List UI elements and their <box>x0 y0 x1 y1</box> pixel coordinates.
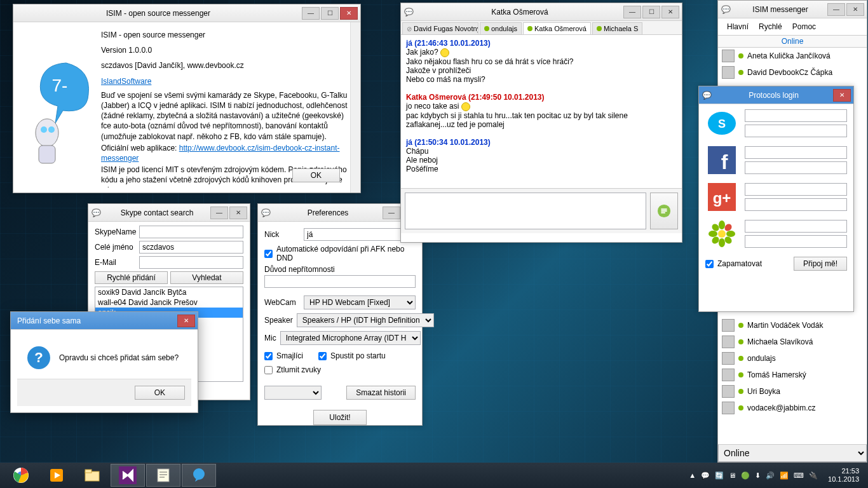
contact-item[interactable]: Uri Boyka <box>718 383 867 400</box>
menu-quick[interactable]: Rychlé <box>755 21 786 32</box>
svg-rect-28 <box>158 469 169 482</box>
search-button[interactable]: Vyhledat <box>170 271 243 284</box>
speaker-label: Speaker <box>264 316 293 325</box>
dialog-titlebar[interactable]: Přidání sebe sama ✕ <box>11 312 198 330</box>
chat-tab[interactable]: Michaela S <box>592 22 642 34</box>
icq-user-input[interactable] <box>745 220 847 233</box>
chat-log[interactable]: já (21:46:43 10.01.2013)Jak jako? Jako n… <box>401 35 682 189</box>
messenger-icon: 💬 <box>721 4 731 15</box>
company-link[interactable]: IslandSoftware <box>101 77 151 86</box>
auto-reply-checkbox[interactable] <box>264 250 273 258</box>
search-result-item[interactable]: wall-e04 David Jancik Prešov <box>95 297 243 308</box>
remember-checkbox[interactable] <box>705 260 714 268</box>
protocols-titlebar[interactable]: 💬 Protocols login ✕ <box>699 86 853 104</box>
close-button[interactable]: ✕ <box>846 3 864 16</box>
chat-tab[interactable]: ⊘David Fugas Novotný <box>402 22 478 34</box>
minimize-button[interactable]: — <box>210 207 228 219</box>
prefs-titlebar[interactable]: 💬 Preferences — ✕ <box>258 204 422 222</box>
taskbar-chrome[interactable] <box>4 464 38 487</box>
contact-item[interactable]: vodacek@jabbim.cz <box>718 400 867 416</box>
close-button[interactable]: ✕ <box>833 89 851 102</box>
taskbar-media[interactable] <box>39 464 74 487</box>
minimize-button[interactable]: — <box>623 6 641 18</box>
skype-icon: 💬 <box>91 208 101 218</box>
tray-chat-icon[interactable]: 💬 <box>701 471 710 480</box>
tray-battery-icon[interactable]: 🔌 <box>809 471 818 480</box>
contact-item[interactable]: Aneta Kulička Jančíková <box>718 48 867 64</box>
quick-add-button[interactable]: Rychlé přidání <box>95 271 168 284</box>
save-button[interactable]: Uložit! <box>313 410 366 425</box>
facebook-pass-input[interactable] <box>745 161 847 174</box>
online-section-header[interactable]: Online <box>718 35 867 48</box>
nick-input[interactable] <box>304 228 416 241</box>
maximize-button[interactable]: ☐ <box>642 6 660 18</box>
taskbar-explorer[interactable] <box>75 464 109 487</box>
taskbar-isim[interactable] <box>182 464 216 487</box>
fullname-input[interactable] <box>139 241 243 254</box>
clear-history-button[interactable]: Smazat historii <box>346 386 416 400</box>
tray-shield-icon[interactable]: 🟢 <box>741 471 750 480</box>
facebook-user-input[interactable] <box>745 146 847 159</box>
tray-torrent-icon[interactable]: ⬇ <box>755 471 761 480</box>
webcam-select[interactable]: HP HD Webcam [Fixed] <box>304 295 416 309</box>
prefs-title: Preferences <box>275 208 381 217</box>
minimize-button[interactable]: — <box>302 7 320 20</box>
svg-text:f: f <box>721 151 728 173</box>
about-ok-button[interactable]: OK <box>292 168 340 182</box>
status-select[interactable]: Online <box>718 444 867 462</box>
contact-item[interactable]: David DevbookCz Čápka <box>718 64 867 81</box>
tray-network-icon[interactable]: 📶 <box>780 471 789 480</box>
misc-select[interactable] <box>264 386 322 400</box>
icq-pass-input[interactable] <box>745 235 847 248</box>
about-titlebar[interactable]: ISIM - open source messenger — ☐ ✕ <box>13 4 360 22</box>
chat-title: Katka Ošmerová <box>417 8 622 17</box>
send-button[interactable] <box>650 193 678 229</box>
contact-item[interactable]: ondulajs <box>718 350 867 367</box>
contact-item[interactable]: Michaela Slavíková <box>718 334 867 350</box>
chat-tab[interactable]: ondulajs <box>480 22 522 34</box>
chat-titlebar[interactable]: 💬 Katka Ošmerová — ☐ ✕ <box>401 3 682 21</box>
tray-monitor-icon[interactable]: 🖥 <box>729 471 736 479</box>
clock[interactable]: 21:53 10.1.2013 <box>828 467 859 484</box>
search-titlebar[interactable]: 💬 Skype contact search — ✕ <box>88 204 250 222</box>
menu-main[interactable]: Hlavní <box>723 21 752 32</box>
close-button[interactable]: ✕ <box>661 6 679 18</box>
connect-button[interactable]: Připoj mě! <box>794 257 847 271</box>
speaker-select[interactable]: Speakers / HP (IDT High Definition <box>297 313 434 327</box>
close-button[interactable]: ✕ <box>229 207 247 219</box>
scrollbar[interactable] <box>350 22 360 193</box>
email-input[interactable] <box>139 256 243 269</box>
tray-sync-icon[interactable]: 🔄 <box>715 471 724 480</box>
taskbar-notes[interactable] <box>146 464 180 487</box>
tray-volume-icon[interactable]: 🔊 <box>766 471 775 480</box>
search-result-item[interactable]: soxik9 David Jancík Bytča <box>95 287 243 297</box>
reason-input[interactable] <box>264 275 416 288</box>
google-pass-input[interactable] <box>745 198 847 211</box>
system-tray[interactable]: ▲ 💬 🔄 🖥 🟢 ⬇ 🔊 📶 ⌨ 🔌 21:53 10.1.2013 <box>689 467 864 484</box>
svg-point-16 <box>726 231 735 237</box>
skype-user-input[interactable] <box>745 109 847 122</box>
close-button[interactable]: ✕ <box>340 7 358 20</box>
mic-select[interactable]: Integrated Microphone Array (IDT H <box>280 331 421 345</box>
maximize-button[interactable]: ☐ <box>321 7 339 20</box>
facebook-icon: f <box>705 146 738 174</box>
menu-help[interactable]: Pomoc <box>789 21 820 32</box>
chat-tab[interactable]: Katka Ošmerová <box>523 22 591 34</box>
minimize-button[interactable]: — <box>383 207 400 219</box>
tray-keyboard-icon[interactable]: ⌨ <box>794 471 804 480</box>
contact-item[interactable]: Tomáš Hamerský <box>718 367 867 383</box>
dialog-ok-button[interactable]: OK <box>135 386 185 400</box>
mute-checkbox[interactable] <box>264 366 273 374</box>
messenger-titlebar[interactable]: 💬 ISIM messenger — ✕ <box>718 1 867 18</box>
google-user-input[interactable] <box>745 183 847 196</box>
startup-checkbox[interactable] <box>318 352 327 360</box>
chat-input[interactable] <box>405 193 646 229</box>
tray-flag-icon[interactable]: ▲ <box>689 471 696 479</box>
contact-item[interactable]: Martin Vodáček Vodák <box>718 317 867 334</box>
skypename-input[interactable] <box>139 226 243 238</box>
smileys-checkbox[interactable] <box>264 352 273 360</box>
skype-pass-input[interactable] <box>745 125 847 137</box>
minimize-button[interactable]: — <box>827 3 845 16</box>
taskbar-visualstudio[interactable] <box>111 464 145 487</box>
close-button[interactable]: ✕ <box>177 315 195 327</box>
